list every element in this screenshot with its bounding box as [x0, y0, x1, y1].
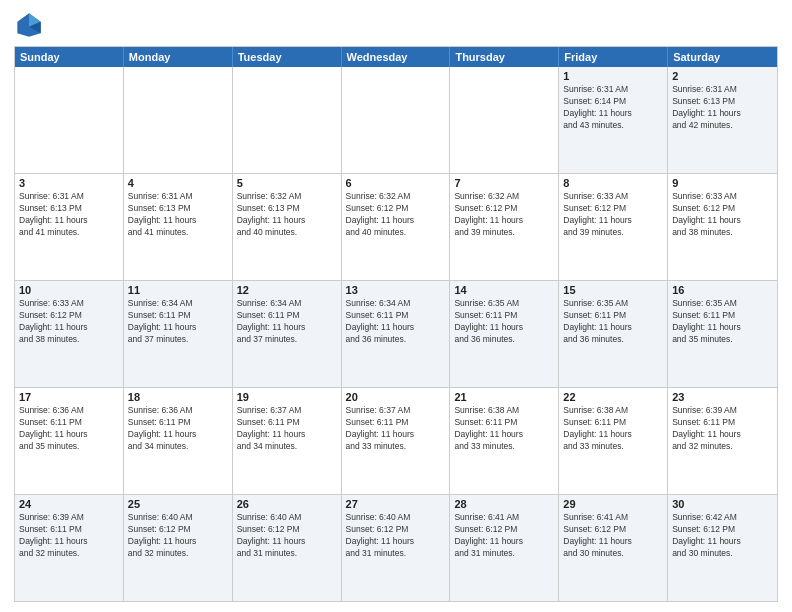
day-info: Sunrise: 6:34 AMSunset: 6:11 PMDaylight:…: [346, 298, 446, 346]
day-number: 9: [672, 177, 773, 189]
day-number: 3: [19, 177, 119, 189]
calendar-cell: 20Sunrise: 6:37 AMSunset: 6:11 PMDayligh…: [342, 388, 451, 494]
day-number: 21: [454, 391, 554, 403]
calendar-cell: [124, 67, 233, 173]
calendar-row: 17Sunrise: 6:36 AMSunset: 6:11 PMDayligh…: [15, 388, 777, 495]
day-number: 7: [454, 177, 554, 189]
calendar-body: 1Sunrise: 6:31 AMSunset: 6:14 PMDaylight…: [15, 67, 777, 601]
day-number: 27: [346, 498, 446, 510]
calendar-header-day: Tuesday: [233, 47, 342, 67]
day-info: Sunrise: 6:36 AMSunset: 6:11 PMDaylight:…: [19, 405, 119, 453]
calendar-cell: 15Sunrise: 6:35 AMSunset: 6:11 PMDayligh…: [559, 281, 668, 387]
day-number: 4: [128, 177, 228, 189]
day-info: Sunrise: 6:38 AMSunset: 6:11 PMDaylight:…: [454, 405, 554, 453]
day-number: 28: [454, 498, 554, 510]
day-info: Sunrise: 6:40 AMSunset: 6:12 PMDaylight:…: [237, 512, 337, 560]
calendar-cell: 21Sunrise: 6:38 AMSunset: 6:11 PMDayligh…: [450, 388, 559, 494]
logo-icon: [14, 10, 44, 40]
calendar-cell: 19Sunrise: 6:37 AMSunset: 6:11 PMDayligh…: [233, 388, 342, 494]
calendar-cell: 11Sunrise: 6:34 AMSunset: 6:11 PMDayligh…: [124, 281, 233, 387]
day-info: Sunrise: 6:40 AMSunset: 6:12 PMDaylight:…: [346, 512, 446, 560]
day-info: Sunrise: 6:41 AMSunset: 6:12 PMDaylight:…: [563, 512, 663, 560]
calendar-cell: 14Sunrise: 6:35 AMSunset: 6:11 PMDayligh…: [450, 281, 559, 387]
day-number: 30: [672, 498, 773, 510]
calendar-cell: 16Sunrise: 6:35 AMSunset: 6:11 PMDayligh…: [668, 281, 777, 387]
calendar-cell: 22Sunrise: 6:38 AMSunset: 6:11 PMDayligh…: [559, 388, 668, 494]
calendar-cell: 18Sunrise: 6:36 AMSunset: 6:11 PMDayligh…: [124, 388, 233, 494]
day-number: 22: [563, 391, 663, 403]
day-number: 14: [454, 284, 554, 296]
calendar-header-day: Friday: [559, 47, 668, 67]
day-number: 25: [128, 498, 228, 510]
logo: [14, 10, 48, 40]
calendar-cell: 1Sunrise: 6:31 AMSunset: 6:14 PMDaylight…: [559, 67, 668, 173]
day-info: Sunrise: 6:40 AMSunset: 6:12 PMDaylight:…: [128, 512, 228, 560]
day-info: Sunrise: 6:42 AMSunset: 6:12 PMDaylight:…: [672, 512, 773, 560]
header: [14, 10, 778, 40]
calendar-cell: 8Sunrise: 6:33 AMSunset: 6:12 PMDaylight…: [559, 174, 668, 280]
day-info: Sunrise: 6:34 AMSunset: 6:11 PMDaylight:…: [237, 298, 337, 346]
day-info: Sunrise: 6:33 AMSunset: 6:12 PMDaylight:…: [563, 191, 663, 239]
day-info: Sunrise: 6:31 AMSunset: 6:14 PMDaylight:…: [563, 84, 663, 132]
day-number: 13: [346, 284, 446, 296]
calendar-cell: [15, 67, 124, 173]
calendar-row: 3Sunrise: 6:31 AMSunset: 6:13 PMDaylight…: [15, 174, 777, 281]
day-info: Sunrise: 6:33 AMSunset: 6:12 PMDaylight:…: [672, 191, 773, 239]
calendar-cell: 28Sunrise: 6:41 AMSunset: 6:12 PMDayligh…: [450, 495, 559, 601]
day-number: 24: [19, 498, 119, 510]
page: SundayMondayTuesdayWednesdayThursdayFrid…: [0, 0, 792, 612]
day-number: 19: [237, 391, 337, 403]
day-number: 1: [563, 70, 663, 82]
day-info: Sunrise: 6:35 AMSunset: 6:11 PMDaylight:…: [454, 298, 554, 346]
calendar-cell: 6Sunrise: 6:32 AMSunset: 6:12 PMDaylight…: [342, 174, 451, 280]
day-number: 10: [19, 284, 119, 296]
calendar-cell: 3Sunrise: 6:31 AMSunset: 6:13 PMDaylight…: [15, 174, 124, 280]
calendar-cell: 29Sunrise: 6:41 AMSunset: 6:12 PMDayligh…: [559, 495, 668, 601]
day-info: Sunrise: 6:35 AMSunset: 6:11 PMDaylight:…: [563, 298, 663, 346]
calendar-header-day: Wednesday: [342, 47, 451, 67]
day-info: Sunrise: 6:32 AMSunset: 6:12 PMDaylight:…: [454, 191, 554, 239]
calendar-cell: 25Sunrise: 6:40 AMSunset: 6:12 PMDayligh…: [124, 495, 233, 601]
calendar-header-day: Saturday: [668, 47, 777, 67]
calendar-cell: 4Sunrise: 6:31 AMSunset: 6:13 PMDaylight…: [124, 174, 233, 280]
calendar-header-day: Monday: [124, 47, 233, 67]
day-number: 16: [672, 284, 773, 296]
calendar-cell: 30Sunrise: 6:42 AMSunset: 6:12 PMDayligh…: [668, 495, 777, 601]
day-info: Sunrise: 6:38 AMSunset: 6:11 PMDaylight:…: [563, 405, 663, 453]
day-number: 26: [237, 498, 337, 510]
calendar-cell: 9Sunrise: 6:33 AMSunset: 6:12 PMDaylight…: [668, 174, 777, 280]
day-number: 8: [563, 177, 663, 189]
day-info: Sunrise: 6:39 AMSunset: 6:11 PMDaylight:…: [672, 405, 773, 453]
day-info: Sunrise: 6:35 AMSunset: 6:11 PMDaylight:…: [672, 298, 773, 346]
day-info: Sunrise: 6:37 AMSunset: 6:11 PMDaylight:…: [346, 405, 446, 453]
day-info: Sunrise: 6:33 AMSunset: 6:12 PMDaylight:…: [19, 298, 119, 346]
calendar-cell: [342, 67, 451, 173]
calendar-header-day: Sunday: [15, 47, 124, 67]
calendar-cell: 10Sunrise: 6:33 AMSunset: 6:12 PMDayligh…: [15, 281, 124, 387]
calendar-cell: [233, 67, 342, 173]
calendar-cell: 23Sunrise: 6:39 AMSunset: 6:11 PMDayligh…: [668, 388, 777, 494]
calendar-cell: [450, 67, 559, 173]
day-info: Sunrise: 6:32 AMSunset: 6:12 PMDaylight:…: [346, 191, 446, 239]
day-info: Sunrise: 6:31 AMSunset: 6:13 PMDaylight:…: [672, 84, 773, 132]
day-info: Sunrise: 6:41 AMSunset: 6:12 PMDaylight:…: [454, 512, 554, 560]
day-info: Sunrise: 6:39 AMSunset: 6:11 PMDaylight:…: [19, 512, 119, 560]
day-number: 17: [19, 391, 119, 403]
day-number: 5: [237, 177, 337, 189]
calendar-cell: 5Sunrise: 6:32 AMSunset: 6:13 PMDaylight…: [233, 174, 342, 280]
day-number: 23: [672, 391, 773, 403]
day-number: 18: [128, 391, 228, 403]
calendar-cell: 13Sunrise: 6:34 AMSunset: 6:11 PMDayligh…: [342, 281, 451, 387]
calendar-cell: 2Sunrise: 6:31 AMSunset: 6:13 PMDaylight…: [668, 67, 777, 173]
calendar: SundayMondayTuesdayWednesdayThursdayFrid…: [14, 46, 778, 602]
calendar-cell: 12Sunrise: 6:34 AMSunset: 6:11 PMDayligh…: [233, 281, 342, 387]
calendar-cell: 7Sunrise: 6:32 AMSunset: 6:12 PMDaylight…: [450, 174, 559, 280]
day-info: Sunrise: 6:34 AMSunset: 6:11 PMDaylight:…: [128, 298, 228, 346]
day-info: Sunrise: 6:31 AMSunset: 6:13 PMDaylight:…: [128, 191, 228, 239]
calendar-row: 10Sunrise: 6:33 AMSunset: 6:12 PMDayligh…: [15, 281, 777, 388]
day-info: Sunrise: 6:37 AMSunset: 6:11 PMDaylight:…: [237, 405, 337, 453]
day-number: 6: [346, 177, 446, 189]
day-number: 29: [563, 498, 663, 510]
calendar-header-day: Thursday: [450, 47, 559, 67]
day-number: 11: [128, 284, 228, 296]
